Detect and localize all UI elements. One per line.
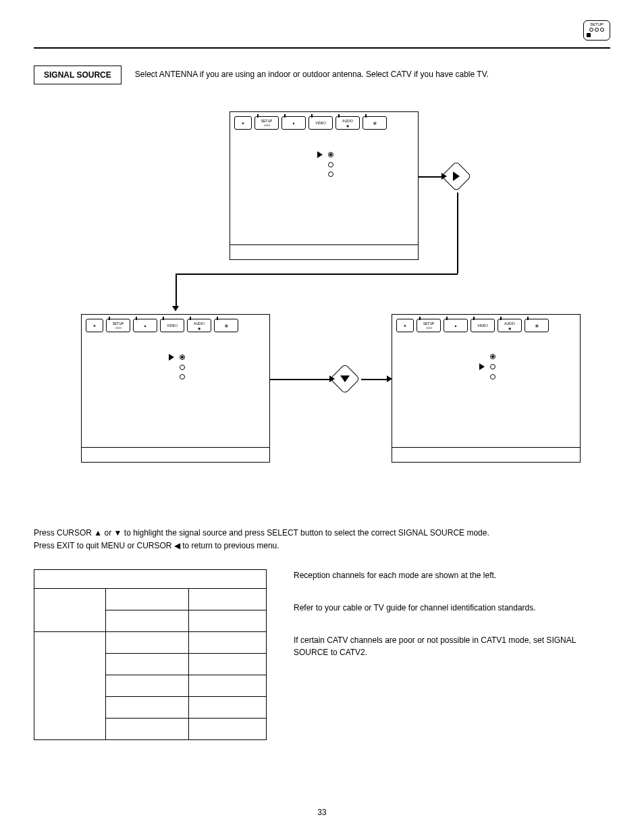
top-divider <box>34 47 610 49</box>
reception-modes-table <box>34 569 267 740</box>
tab-video: VIDEO <box>160 319 184 332</box>
section-intro: Select ANTENNA if you are using an indoo… <box>135 66 489 80</box>
instr-1b: or <box>102 528 113 538</box>
tab-5: ▦ <box>363 116 387 130</box>
instr-2b: to return to previous menu. <box>180 541 279 550</box>
cursor-up-icon <box>94 528 102 538</box>
tab-audio: AUDIO◉ <box>498 319 522 332</box>
menu-screen-1: ◈ SETUP⊙⊙⊙ ▲ VIDEO AUDIO◉ ▦ <box>230 111 419 260</box>
setup-badge-icon: SETUP <box>583 20 610 41</box>
tab-5: ▦ <box>214 319 238 332</box>
badge-label: SETUP <box>584 22 610 26</box>
nav-icon: ◈ <box>234 116 252 130</box>
tab-2: ▲ <box>133 319 157 332</box>
tab-video: VIDEO <box>471 319 495 332</box>
tab-2: ▲ <box>444 319 468 332</box>
tab-setup: SETUP⊙⊙⊙ <box>417 319 441 332</box>
tab-audio: AUDIO◉ <box>187 319 211 332</box>
note-2: Refer to your cable or TV guide for chan… <box>294 602 610 614</box>
tab-video: VIDEO <box>308 116 333 130</box>
tab-setup: SETUP⊙⊙⊙ <box>254 116 279 130</box>
instructions: Press CURSOR or to highlight the signal … <box>34 527 610 552</box>
tab-5: ▦ <box>525 319 549 332</box>
instr-1a: Press CURSOR <box>34 528 94 538</box>
cursor-left-icon <box>174 541 180 550</box>
tab-audio: AUDIO◉ <box>336 116 360 130</box>
nav-icon: ◈ <box>86 319 103 332</box>
notes: Reception channels for each mode are sho… <box>294 569 610 679</box>
tab-2: ▲ <box>281 116 306 130</box>
section-title: SIGNAL SOURCE <box>34 66 122 84</box>
note-1: Reception channels for each mode are sho… <box>294 569 610 581</box>
cursor-down-glyph-icon <box>114 528 122 538</box>
page-number: 33 <box>0 808 644 817</box>
flow-diagram: ◈ SETUP⊙⊙⊙ ▲ VIDEO AUDIO◉ ▦ ◈ SETUP⊙⊙⊙ ▲… <box>34 111 610 503</box>
tab-setup: SETUP⊙⊙⊙ <box>106 319 130 332</box>
menu-screen-2: ◈ SETUP⊙⊙⊙ ▲ VIDEO AUDIO◉ ▦ <box>81 314 270 463</box>
note-3: If certain CATV channels are poor or not… <box>294 634 610 658</box>
instr-1c: to highlight the signal source and press… <box>122 528 489 538</box>
instr-2a: Press EXIT to quit MENU or CURSOR <box>34 541 174 550</box>
nav-icon: ◈ <box>396 319 414 332</box>
menu-screen-3: ◈ SETUP⊙⊙⊙ ▲ VIDEO AUDIO◉ ▦ <box>392 314 581 463</box>
